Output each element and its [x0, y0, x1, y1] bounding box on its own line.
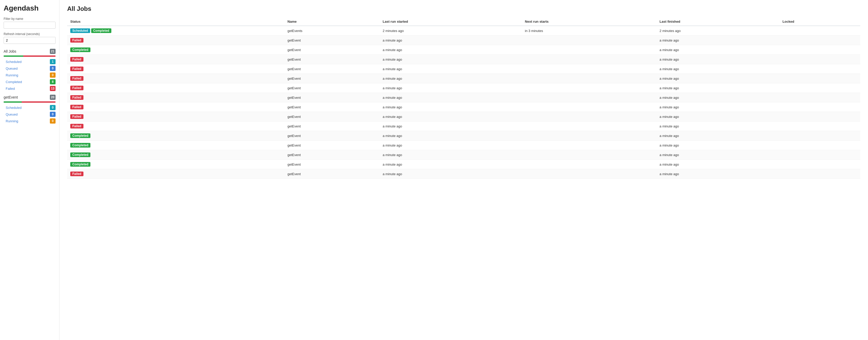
sidebar-nav-0-2[interactable]: Running0 — [4, 72, 56, 78]
status-badge: Failed — [70, 105, 84, 109]
sidebar-nav-0-0[interactable]: Scheduled1 — [4, 58, 56, 65]
nav-badge: 0 — [50, 105, 56, 110]
table-row[interactable]: FailedgetEventa minute agoa minute ago — [67, 55, 860, 64]
cell-next-run-7 — [522, 93, 656, 102]
cell-name-4: getEvent — [284, 64, 379, 74]
col-header-4: Last finished — [656, 18, 779, 26]
table-row[interactable]: FailedgetEventa minute agoa minute ago — [67, 64, 860, 74]
sidebar-nav-0-4[interactable]: Failed13 — [4, 85, 56, 92]
cell-last-finished-0: 2 minutes ago — [656, 26, 779, 36]
col-header-3: Next run starts — [522, 18, 656, 26]
cell-last-run-11: a minute ago — [379, 131, 522, 141]
cell-status-8: Failed — [67, 102, 284, 112]
cell-name-10: getEvent — [284, 122, 379, 131]
nav-badge: 0 — [50, 72, 56, 78]
status-badge: Failed — [70, 57, 84, 62]
nav-label: Queued — [6, 112, 18, 116]
table-row[interactable]: CompletedgetEventa minute agoa minute ag… — [67, 131, 860, 141]
cell-name-1: getEvent — [284, 36, 379, 45]
cell-last-run-13: a minute ago — [379, 150, 522, 160]
sidebar-nav-1-0[interactable]: Scheduled0 — [4, 104, 56, 111]
status-badge: Failed — [70, 38, 84, 42]
table-row[interactable]: FailedgetEventa minute agoa minute ago — [67, 74, 860, 83]
cell-last-run-6: a minute ago — [379, 83, 522, 93]
cell-next-run-11 — [522, 131, 656, 141]
progress-bar-1 — [4, 101, 56, 103]
table-row[interactable]: ScheduledCompletedgetEvents2 minutes ago… — [67, 26, 860, 36]
cell-locked-10 — [779, 122, 860, 131]
jobs-table-container: StatusNameLast run startedNext run start… — [67, 18, 860, 179]
filter-input[interactable] — [4, 22, 56, 29]
cell-locked-0 — [779, 26, 860, 36]
cell-locked-9 — [779, 112, 860, 122]
sidebar-nav-0-3[interactable]: Completed8 — [4, 78, 56, 85]
table-row[interactable]: FailedgetEventa minute agoa minute ago — [67, 169, 860, 179]
cell-status-14: Completed — [67, 160, 284, 169]
cell-last-run-10: a minute ago — [379, 122, 522, 131]
group-name-1: getEvent — [4, 95, 18, 99]
cell-last-run-3: a minute ago — [379, 55, 522, 64]
sidebar-group-header-0[interactable]: All Jobs21 — [4, 47, 56, 55]
sidebar-nav-1-1[interactable]: Queued0 — [4, 111, 56, 117]
refresh-label: Refresh interval (seconds) — [4, 32, 56, 36]
table-row[interactable]: CompletedgetEventa minute agoa minute ag… — [67, 45, 860, 55]
status-badge: Failed — [70, 114, 84, 119]
nav-badge: 0 — [50, 118, 56, 124]
progress-bar-0 — [4, 56, 56, 57]
status-badge: Failed — [70, 124, 84, 129]
cell-status-7: Failed — [67, 93, 284, 102]
cell-next-run-4 — [522, 64, 656, 74]
table-row[interactable]: CompletedgetEventa minute agoa minute ag… — [67, 160, 860, 169]
cell-status-5: Failed — [67, 74, 284, 83]
table-row[interactable]: FailedgetEventa minute agoa minute ago — [67, 122, 860, 131]
status-badge: Completed — [70, 162, 90, 167]
sidebar-nav-1-2[interactable]: Running0 — [4, 117, 56, 124]
status-badge: Scheduled — [70, 28, 90, 33]
cell-locked-7 — [779, 93, 860, 102]
cell-status-10: Failed — [67, 122, 284, 131]
status-badge: Failed — [70, 86, 84, 90]
table-row[interactable]: FailedgetEventa minute agoa minute ago — [67, 102, 860, 112]
nav-label: Running — [6, 119, 18, 123]
cell-next-run-1 — [522, 36, 656, 45]
table-row[interactable]: FailedgetEventa minute agoa minute ago — [67, 36, 860, 45]
jobs-table: StatusNameLast run startedNext run start… — [67, 18, 860, 179]
cell-name-0: getEvents — [284, 26, 379, 36]
table-row[interactable]: FailedgetEventa minute agoa minute ago — [67, 83, 860, 93]
group-name-0: All Jobs — [4, 49, 16, 54]
table-row[interactable]: FailedgetEventa minute agoa minute ago — [67, 112, 860, 122]
sidebar-group-header-1[interactable]: getEvent20 — [4, 93, 56, 101]
cell-last-finished-14: a minute ago — [656, 160, 779, 169]
sidebar-nav-0-1[interactable]: Queued0 — [4, 65, 56, 72]
cell-next-run-12 — [522, 141, 656, 150]
table-row[interactable]: CompletedgetEventa minute agoa minute ag… — [67, 150, 860, 160]
cell-next-run-5 — [522, 74, 656, 83]
status-badge: Failed — [70, 67, 84, 71]
status-badge: Completed — [91, 28, 111, 33]
nav-label: Completed — [6, 80, 22, 84]
status-badge: Failed — [70, 172, 84, 176]
cell-locked-13 — [779, 150, 860, 160]
cell-locked-6 — [779, 83, 860, 93]
cell-last-run-7: a minute ago — [379, 93, 522, 102]
cell-next-run-2 — [522, 45, 656, 55]
col-header-2: Last run started — [379, 18, 522, 26]
cell-next-run-3 — [522, 55, 656, 64]
cell-locked-5 — [779, 74, 860, 83]
cell-locked-3 — [779, 55, 860, 64]
table-row[interactable]: FailedgetEventa minute agoa minute ago — [67, 93, 860, 102]
cell-status-11: Completed — [67, 131, 284, 141]
table-row[interactable]: CompletedgetEventa minute agoa minute ag… — [67, 141, 860, 150]
sidebar: Agendash Filter by name Refresh interval… — [0, 0, 59, 340]
sidebar-groups: All Jobs21Scheduled1Queued0Running0Compl… — [4, 47, 56, 124]
cell-locked-12 — [779, 141, 860, 150]
status-badge: Completed — [70, 47, 90, 52]
sidebar-group-1: getEvent20Scheduled0Queued0Running0 — [4, 93, 56, 124]
refresh-input[interactable] — [4, 37, 56, 44]
cell-last-finished-13: a minute ago — [656, 150, 779, 160]
cell-status-15: Failed — [67, 169, 284, 179]
cell-last-finished-1: a minute ago — [656, 36, 779, 45]
cell-status-12: Completed — [67, 141, 284, 150]
filter-label: Filter by name — [4, 17, 56, 21]
cell-last-run-1: a minute ago — [379, 36, 522, 45]
